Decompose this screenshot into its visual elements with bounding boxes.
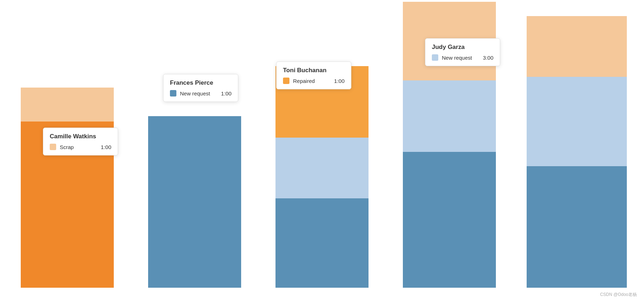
- bar-judy-light-blue: [403, 80, 496, 152]
- tooltip-frances-color: [170, 90, 176, 96]
- bar-toni-repaired-orange: [275, 66, 369, 138]
- bar-extra-peach: [527, 16, 627, 77]
- bar-frances: [148, 116, 241, 288]
- bar-group-toni: Toni Buchanan Repaired 1:00: [269, 66, 375, 288]
- bar-extra-dark-blue: [527, 166, 627, 288]
- tooltip-frances-name: Frances Pierce: [170, 79, 231, 86]
- bar-judy: [403, 2, 496, 288]
- bar-frances-blue: [148, 116, 241, 288]
- bar-camille: [21, 88, 114, 288]
- bar-extra-light-blue: [527, 77, 627, 166]
- chart-container: Camille Watkins Scrap 1:00 Frances Pierc…: [0, 0, 644, 302]
- bar-group-judy: Judy Garza New request 3:00: [396, 2, 502, 288]
- bar-judy-peach: [403, 2, 496, 80]
- tooltip-frances-value: 1:00: [214, 90, 231, 96]
- tooltip-frances: Frances Pierce New request 1:00: [163, 74, 238, 102]
- bar-camille-scrap-light: [21, 88, 114, 122]
- bar-toni: [275, 66, 369, 288]
- tooltip-frances-label: New request: [180, 90, 210, 96]
- tooltip-frances-row: New request 1:00: [170, 90, 231, 96]
- bar-extra: [527, 16, 627, 288]
- bar-judy-dark-blue: [403, 152, 496, 288]
- bar-group-frances: Frances Pierce New request 1:00: [142, 116, 248, 288]
- watermark: CSDN @Odoo老杨: [600, 292, 637, 298]
- bar-toni-light: [275, 138, 369, 198]
- bar-group-camille: Camille Watkins Scrap 1:00: [14, 88, 120, 288]
- bar-group-extra: [524, 16, 630, 288]
- bar-toni-blue: [275, 198, 369, 288]
- bar-camille-scrap-dark: [21, 122, 114, 288]
